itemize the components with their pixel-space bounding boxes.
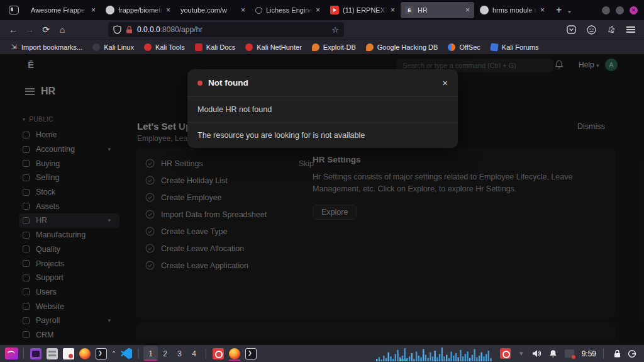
clock[interactable]: 9:59: [582, 349, 596, 358]
tab-label: frappe/biometr: [118, 6, 163, 14]
workspace-button[interactable]: 1: [143, 346, 158, 361]
home-button[interactable]: ⌂: [54, 25, 70, 35]
bookmark-star-icon[interactable]: ☆: [331, 25, 339, 35]
taskbar-firefox[interactable]: [77, 346, 92, 361]
tab-close-icon[interactable]: ×: [316, 6, 320, 14]
bookmarks-bar: Import bookmarks... Kali Linux Kali Tool…: [0, 39, 644, 54]
screen-recorder-icon: [213, 348, 224, 359]
tab-close-icon[interactable]: ×: [465, 6, 470, 14]
tab-label: Awesome Frappe |: [31, 6, 88, 14]
tracking-shield-icon[interactable]: [113, 25, 121, 34]
modal-detail: The resource you are looking for is not …: [187, 122, 458, 148]
tab-close-icon[interactable]: ×: [166, 6, 170, 14]
notifications-icon[interactable]: [549, 349, 557, 358]
close-window-button[interactable]: ×: [630, 6, 638, 14]
url-bar[interactable]: 0.0.0.0:8080/app/hr ☆: [108, 22, 344, 37]
vscode-icon: [121, 348, 132, 359]
taskbar-firefox-active[interactable]: [227, 346, 242, 361]
divider: [138, 348, 139, 359]
taskbar-text-editor[interactable]: [61, 346, 76, 361]
tab-label: (11) ERPNEXT /: [343, 6, 387, 14]
kali-red-icon: [245, 43, 253, 51]
lock-screen-icon[interactable]: [613, 349, 621, 358]
kali-dragon-icon: [5, 348, 18, 359]
maximize-button[interactable]: [616, 6, 624, 14]
tab-close-icon[interactable]: ×: [391, 6, 395, 14]
taskbar-recorder[interactable]: [211, 346, 226, 361]
docs-red-icon: [195, 43, 203, 51]
bookmark-item[interactable]: Kali Tools: [140, 41, 189, 54]
terminal-icon: [245, 348, 257, 359]
taskbar-file-manager[interactable]: [45, 346, 60, 361]
terminal-icon: [96, 348, 107, 359]
workspace-button[interactable]: 3: [172, 346, 187, 361]
firefox-view-icon[interactable]: [9, 6, 19, 14]
taskbar-vscode[interactable]: [119, 346, 134, 361]
globe-icon: [255, 7, 262, 14]
bookmark-item[interactable]: Kali Linux: [89, 41, 138, 54]
toolbar-right-icons: [567, 25, 635, 35]
recorder-tray-icon[interactable]: [500, 348, 511, 359]
reload-button[interactable]: ⟳: [38, 25, 54, 35]
forward-button[interactable]: →: [21, 25, 38, 35]
browser-tab[interactable]: hrms module n ×: [475, 2, 549, 18]
divider: [23, 348, 24, 359]
tab-label: Lichess Engine: [266, 6, 313, 14]
bookmark-item[interactable]: Kali Forums: [487, 41, 543, 54]
tray-chevron-icon[interactable]: ▼: [518, 350, 525, 357]
browser-tab[interactable]: Lichess Engine ×: [251, 2, 325, 18]
extensions-icon[interactable]: [607, 25, 616, 34]
insecure-lock-icon[interactable]: [126, 26, 133, 34]
taskbar-terminal-window[interactable]: [243, 346, 258, 361]
bookmark-label: Kali Forums: [502, 43, 539, 51]
bookmark-item[interactable]: OffSec: [444, 41, 484, 54]
modal-message: Module HR not found: [187, 97, 458, 122]
browser-tab[interactable]: Awesome Frappe | ×: [26, 2, 100, 18]
bookmark-item[interactable]: Google Hacking DB: [362, 41, 442, 54]
chevron-up-icon[interactable]: ⌃: [110, 350, 118, 357]
browser-tab[interactable]: HR ×: [401, 2, 474, 18]
minimize-button[interactable]: [602, 6, 610, 14]
firefox-icon: [229, 348, 240, 359]
modal-title: Not found: [208, 78, 248, 88]
cpu-graph: [371, 346, 494, 361]
tab-close-icon[interactable]: ×: [91, 6, 96, 14]
browser-tab[interactable]: youtube.com/w ×: [176, 2, 250, 18]
account-icon[interactable]: [587, 25, 596, 35]
youtube-icon: [330, 6, 339, 14]
bird-orange-icon: [366, 43, 374, 51]
taskbar-terminal-dark[interactable]: [94, 346, 109, 361]
bookmark-item[interactable]: Exploit-DB: [308, 41, 360, 54]
tab-close-icon[interactable]: ×: [241, 6, 245, 14]
web-page: Ē Help ▾ A HR ▾ PUBLIC Home ▾: [0, 54, 644, 345]
bookmark-label: Kali Linux: [104, 43, 134, 51]
pocket-icon[interactable]: [567, 25, 576, 34]
divider: [206, 348, 206, 359]
kali-menu-button[interactable]: [4, 346, 19, 361]
new-tab-button[interactable]: +: [556, 4, 562, 16]
tab-label: hrms module n: [492, 6, 537, 14]
browser-tab[interactable]: (11) ERPNEXT / ×: [326, 2, 399, 18]
screenshot-tray-icon[interactable]: [565, 349, 574, 358]
tab-label: HR: [418, 6, 462, 14]
bookmark-item[interactable]: Kali Docs: [191, 41, 239, 54]
workspace-button[interactable]: 2: [158, 346, 172, 361]
browser-toolbar: ← → ⟳ ⌂ 0.0.0.0:8080/app/hr ☆: [0, 20, 644, 39]
power-icon[interactable]: [628, 349, 636, 358]
kali-dark-icon: [92, 43, 100, 51]
workspace-number: 4: [192, 349, 196, 358]
bookmark-item[interactable]: Import bookmarks...: [6, 41, 86, 54]
taskbar-terminal-purple[interactable]: [28, 346, 43, 361]
back-button[interactable]: ←: [5, 25, 21, 35]
hamburger-menu-icon[interactable]: [626, 26, 635, 33]
divider: [603, 348, 604, 359]
workspace-button[interactable]: 4: [187, 346, 201, 361]
volume-icon[interactable]: [532, 349, 541, 358]
list-tabs-chevron-icon[interactable]: ⌄: [567, 7, 572, 14]
terminal-icon: [30, 348, 42, 359]
kali-red-icon: [144, 43, 152, 51]
browser-tab[interactable]: frappe/biometr ×: [101, 2, 175, 18]
tab-close-icon[interactable]: ×: [540, 6, 545, 14]
bookmark-item[interactable]: Kali NetHunter: [242, 41, 306, 54]
modal-close-icon[interactable]: ×: [442, 77, 448, 88]
